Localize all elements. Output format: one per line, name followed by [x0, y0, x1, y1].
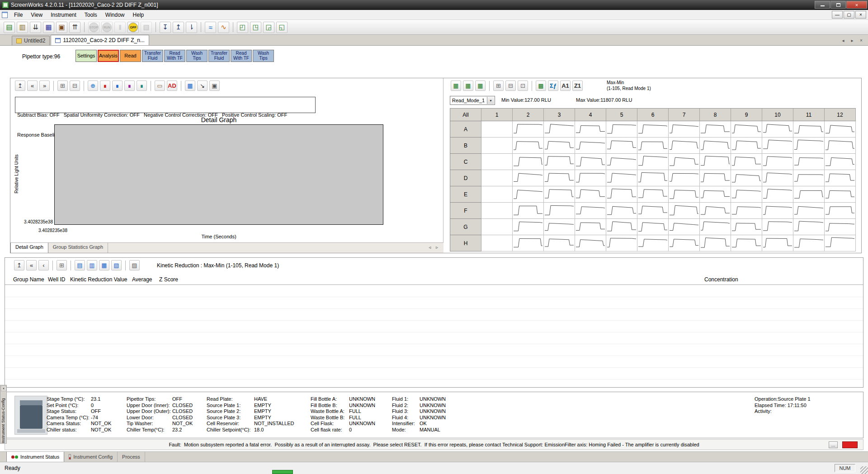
well-D4[interactable] [575, 170, 606, 186]
well-F9[interactable] [731, 203, 762, 219]
pipettor-button-wash-tips[interactable]: Wash Tips [186, 50, 208, 62]
plate-view-1536-icon[interactable]: ▦ [475, 81, 486, 91]
menu-file[interactable]: File [10, 10, 27, 19]
well-H5[interactable] [606, 235, 637, 251]
chevron-down-icon[interactable]: ▼ [487, 97, 494, 104]
well-B10[interactable] [762, 137, 793, 154]
trace-style-icon[interactable]: ∎ [112, 81, 123, 91]
close-button[interactable]: × [846, 1, 867, 9]
menu-instrument[interactable]: Instrument [47, 10, 80, 19]
export-table-icon[interactable]: ▨ [129, 260, 140, 270]
graph-tab-arrows[interactable]: ◃ ▹ [429, 245, 440, 250]
menu-window[interactable]: Window [101, 10, 129, 19]
kinetic-column-group-name[interactable]: Group Name [13, 276, 44, 283]
mdi-minimize-button[interactable]: — [832, 11, 843, 19]
reduction-settings-icon[interactable]: ▩ [536, 81, 546, 91]
new-experiment-icon[interactable]: ▤ [4, 22, 15, 33]
page-last-icon[interactable]: » [39, 81, 50, 91]
tab-instrument-config[interactable]: Instrument Config [64, 452, 118, 462]
plate-row-header-a[interactable]: A [450, 121, 481, 137]
well-C8[interactable] [700, 154, 731, 170]
plate-row-header-b[interactable]: B [450, 137, 481, 154]
well-E2[interactable] [513, 186, 544, 203]
pipette-load-tips-icon[interactable]: ↥ [173, 22, 184, 33]
well-A8[interactable] [700, 121, 731, 137]
well-A2[interactable] [513, 121, 544, 137]
well-F3[interactable] [544, 203, 575, 219]
well-A7[interactable] [669, 121, 700, 137]
mdi-restore-button[interactable]: ▢ [844, 11, 854, 19]
well-C1[interactable] [481, 154, 513, 170]
paste-plate-icon[interactable]: ⊡ [518, 81, 528, 91]
tab-scroll-right-icon[interactable]: ▸ [848, 37, 856, 44]
well-F5[interactable] [606, 203, 637, 219]
tab-detail-graph[interactable]: Detail Graph [10, 243, 48, 253]
plate-row-header-e[interactable]: E [450, 186, 481, 203]
plate-row-header-c[interactable]: C [450, 154, 481, 170]
well-B5[interactable] [606, 137, 637, 154]
well-G5[interactable] [606, 219, 637, 235]
well-A1[interactable] [481, 121, 513, 137]
well-C2[interactable] [513, 154, 544, 170]
pipettor-button-settings[interactable]: Settings [75, 50, 97, 62]
well-D2[interactable] [513, 170, 544, 186]
well-B4[interactable] [575, 137, 606, 154]
plate-row-header-f[interactable]: F [450, 203, 481, 219]
fault-details-button[interactable]: … [829, 441, 838, 448]
well-D7[interactable] [669, 170, 700, 186]
tab-instrument-status[interactable]: Instrument Status [6, 452, 64, 462]
scale-min-icon[interactable]: A1 [560, 81, 571, 91]
off-indicator[interactable]: OFF [127, 22, 139, 33]
tab-group-statistics-graph[interactable]: Group Statistics Graph [48, 243, 108, 253]
well-C4[interactable] [575, 154, 606, 170]
close-icon[interactable]: × [1, 386, 6, 391]
well-B2[interactable] [513, 137, 544, 154]
kinetic-column-kinetic-reduction-value[interactable]: Kinetic Reduction Value [70, 276, 127, 283]
resize-grip[interactable] [860, 466, 868, 474]
well-E3[interactable] [544, 186, 575, 203]
scale-max-icon[interactable]: Z1 [572, 81, 583, 91]
well-A4[interactable] [575, 121, 606, 137]
well-C5[interactable] [606, 154, 637, 170]
well-F1[interactable] [481, 203, 513, 219]
page-first-icon[interactable]: « [27, 81, 38, 91]
well-H9[interactable] [731, 235, 762, 251]
well-D1[interactable] [481, 170, 513, 186]
layout-full-icon[interactable]: ◱ [276, 22, 288, 33]
side-tab-instrument-status-config[interactable]: × Instrument Status-Config [0, 385, 7, 444]
autoscale-icon[interactable]: AD [167, 81, 177, 91]
well-G8[interactable] [700, 219, 731, 235]
well-C10[interactable] [762, 154, 793, 170]
signal-test-icon[interactable]: ∿ [218, 22, 229, 33]
well-C3[interactable] [544, 154, 575, 170]
plate-col-header-8[interactable]: 8 [700, 109, 731, 121]
plate-col-header-11[interactable]: 11 [793, 109, 825, 121]
well-G9[interactable] [731, 219, 762, 235]
kinetic-column-well-id[interactable]: Well ID [48, 276, 65, 283]
print-graph-icon[interactable]: ▣ [209, 81, 220, 91]
layout-read-icon[interactable]: ◳ [250, 22, 261, 33]
group-list-view-icon[interactable]: ▤ [75, 260, 85, 270]
plate-row-header-d[interactable]: D [450, 170, 481, 186]
tab-current-document[interactable]: 11202020_Caco-2 2D DIFF Z_n... [51, 35, 149, 45]
well-A5[interactable] [606, 121, 637, 137]
statistics-view-icon[interactable]: ▦ [99, 260, 109, 270]
kinetic-table-body[interactable] [5, 285, 863, 387]
well-H4[interactable] [575, 235, 606, 251]
zoom-icon[interactable]: ⊕ [88, 81, 98, 91]
plate-col-header-4[interactable]: 4 [575, 109, 606, 121]
well-C7[interactable] [669, 154, 700, 170]
well-G10[interactable] [762, 219, 793, 235]
export-graph-icon[interactable]: ↘ [197, 81, 208, 91]
well-E1[interactable] [481, 186, 513, 203]
pipettor-button-read-with-tf[interactable]: Read With TF [164, 50, 185, 62]
plate-col-header-5[interactable]: 5 [606, 109, 637, 121]
pipettor-button-wash-tips[interactable]: Wash Tips [253, 50, 274, 62]
pipettor-button-transfer-fluid[interactable]: Transfer Fluid [142, 50, 163, 62]
pipettor-button-read[interactable]: Read [120, 50, 141, 62]
well-G11[interactable] [793, 219, 825, 235]
well-H8[interactable] [700, 235, 731, 251]
plate-col-header-12[interactable]: 12 [825, 109, 856, 121]
well-B6[interactable] [637, 137, 669, 154]
open-icon[interactable]: ▥ [17, 22, 28, 33]
